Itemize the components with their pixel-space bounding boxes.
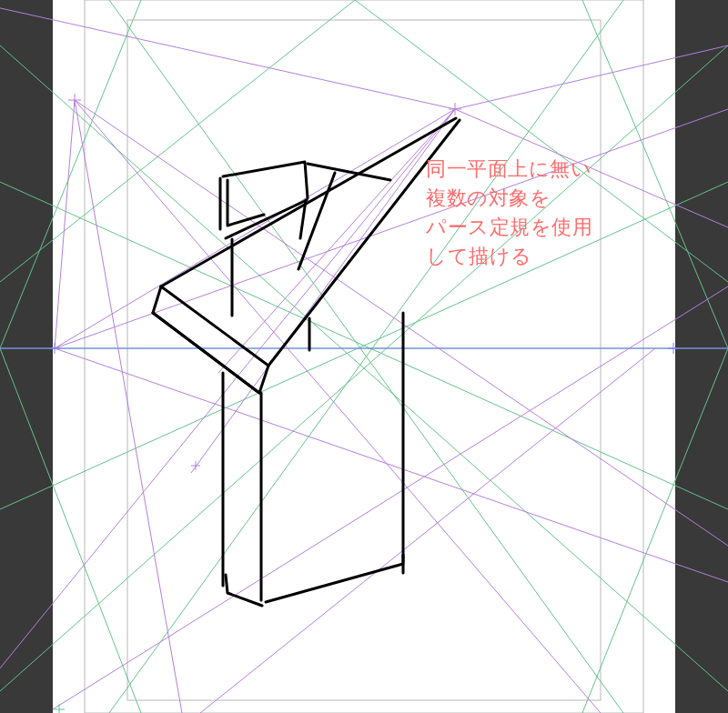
- app-viewport: 同一平面上に無い 複数の対象を パース定規を使用 して描ける: [0, 0, 728, 713]
- drawing-canvas[interactable]: [53, 0, 675, 713]
- annotation-text: 同一平面上に無い 複数の対象を パース定規を使用 して描ける: [426, 155, 592, 271]
